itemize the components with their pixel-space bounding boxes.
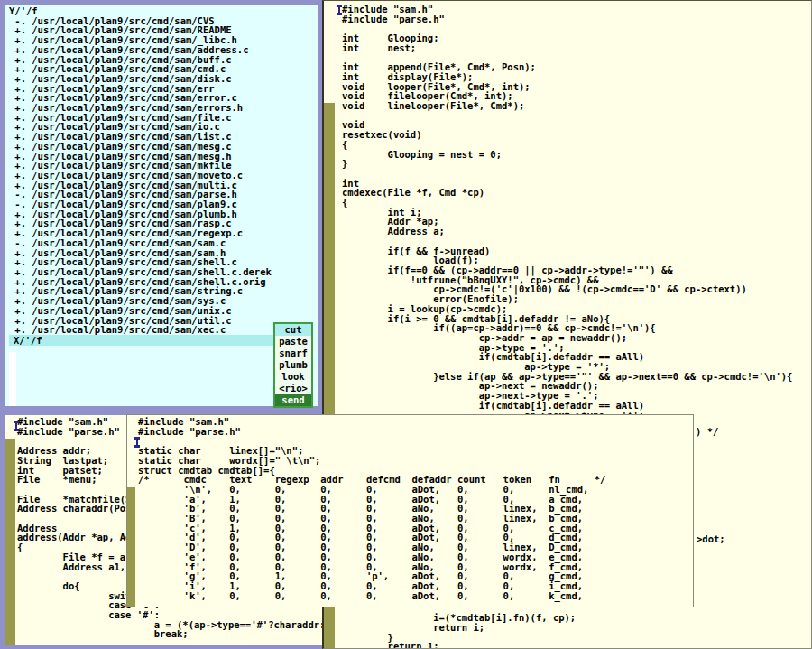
menu-item-paste[interactable]: paste xyxy=(275,336,311,348)
cmdtab-overlay-window[interactable]: #include "sam.h" #include "parse.h" stat… xyxy=(126,414,694,607)
occluded-line-fragment: ) */ xyxy=(696,427,718,437)
text-caret-icon xyxy=(338,5,340,14)
rio-desktop: #include "sam.h" #include "parse.h" Addr… xyxy=(0,0,812,649)
file-listing-text[interactable]: Y/'/f -. /usr/local/plan9/src/cmd/sam/CV… xyxy=(5,5,318,335)
menu-item-snarf[interactable]: snarf xyxy=(275,348,311,359)
occluded-line-fragment: >dot; xyxy=(697,534,725,544)
selected-command-line[interactable]: X/'/f xyxy=(9,335,313,346)
file-window-scroll-thumb[interactable] xyxy=(9,352,16,410)
rio-popup-menu: cut paste snarf plumb look <rio> send xyxy=(273,322,313,408)
menu-item-look[interactable]: look xyxy=(275,371,311,383)
menu-item-cut[interactable]: cut xyxy=(275,324,311,336)
menu-item-plumb[interactable]: plumb xyxy=(275,359,311,371)
text-caret-icon xyxy=(136,438,138,447)
text-caret-icon xyxy=(15,422,17,431)
menu-item-rio[interactable]: <rio> xyxy=(275,383,311,394)
menu-item-send[interactable]: send xyxy=(275,394,311,406)
cmdtab-text[interactable]: #include "sam.h" #include "parse.h" stat… xyxy=(127,415,605,600)
